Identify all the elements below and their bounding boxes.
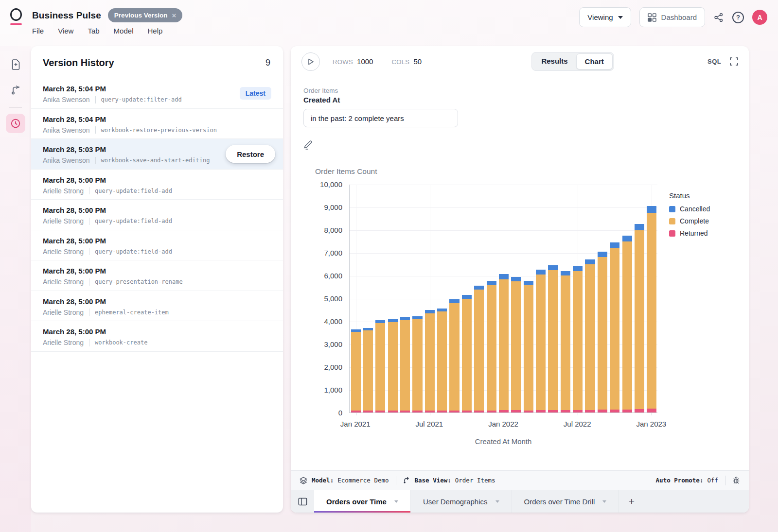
version-item[interactable]: March 28, 5:04 PMAnika Swensonquery-upda… <box>31 78 283 109</box>
segment-complete <box>561 275 570 410</box>
bar-dec-2022[interactable] <box>635 224 644 412</box>
help-icon[interactable]: ? <box>732 12 744 23</box>
x-axis-tick <box>356 413 356 415</box>
workbook-tab-strip: Orders over TimeUser DemographicsOrders … <box>291 490 749 513</box>
run-query-button[interactable] <box>301 52 320 71</box>
segment-complete <box>598 257 607 410</box>
legend-item-cancelled[interactable]: Cancelled <box>669 205 710 213</box>
segment-cancelled <box>437 309 447 312</box>
version-action: query-update:field-add <box>95 188 172 194</box>
bar-mar-2022[interactable] <box>524 281 533 412</box>
bar-apr-2021[interactable] <box>388 319 398 412</box>
version-item[interactable]: March 28, 5:00 PMArielle Strongquery-upd… <box>31 230 283 261</box>
history-clock-icon[interactable] <box>6 114 25 133</box>
chevron-down-icon[interactable] <box>394 500 398 503</box>
auto-promote-info[interactable]: Auto Promote: Off <box>656 477 718 484</box>
bar-sep-2022[interactable] <box>598 252 607 412</box>
version-item[interactable]: March 28, 5:00 PMArielle Strongquery-upd… <box>31 200 283 230</box>
version-item[interactable]: March 28, 5:00 PMArielle Strongworkbook-… <box>31 321 283 352</box>
segment-returned <box>499 410 509 412</box>
segment-cancelled <box>622 236 632 242</box>
edit-pencil-icon[interactable] <box>303 140 314 151</box>
bar-may-2021[interactable] <box>400 317 410 412</box>
close-icon[interactable]: × <box>172 12 176 19</box>
bar-feb-2021[interactable] <box>363 328 373 412</box>
omni-logo-icon <box>10 8 23 25</box>
add-tab-button[interactable]: + <box>619 490 644 513</box>
bar-jan-2021[interactable] <box>351 329 361 412</box>
viewing-button[interactable]: Viewing <box>579 7 631 27</box>
segment-cancelled <box>499 274 509 279</box>
bar-sep-2021[interactable] <box>449 299 459 412</box>
bar-feb-2022[interactable] <box>511 277 521 412</box>
workbook-tab-orders-over-time[interactable]: Orders over Time <box>314 490 410 513</box>
bar-may-2022[interactable] <box>548 265 558 412</box>
branch-icon[interactable] <box>6 80 25 100</box>
bar-nov-2022[interactable] <box>622 236 632 412</box>
view-tab-chart[interactable]: Chart <box>576 53 613 69</box>
version-item[interactable]: March 28, 5:03 PMAnika Swensonworkbook-s… <box>31 139 283 170</box>
bar-dec-2021[interactable] <box>487 281 496 412</box>
version-time: March 28, 5:00 PM <box>43 237 271 245</box>
segment-complete <box>425 313 435 411</box>
meta-divider <box>89 339 89 346</box>
previous-version-badge: Previous Version × <box>108 8 182 22</box>
legend-item-complete[interactable]: Complete <box>669 217 710 225</box>
version-item[interactable]: March 28, 5:00 PMArielle Strongephemeral… <box>31 291 283 322</box>
view-tab-results[interactable]: Results <box>533 53 576 69</box>
menu-tab[interactable]: Tab <box>88 27 99 35</box>
bar-oct-2022[interactable] <box>610 242 619 412</box>
base-view-info[interactable]: Base View: Order Items <box>415 477 495 484</box>
bar-oct-2021[interactable] <box>462 295 472 412</box>
restore-button[interactable]: Restore <box>226 145 275 163</box>
filter-value-input[interactable] <box>303 109 458 127</box>
workbook-tab-user-demographics[interactable]: User Demographics <box>410 490 512 513</box>
version-author: Anika Swenson <box>43 96 90 103</box>
version-item[interactable]: March 28, 5:00 PMArielle Strongquery-upd… <box>31 170 283 200</box>
bar-nov-2021[interactable] <box>474 286 484 412</box>
menu-help[interactable]: Help <box>147 27 162 35</box>
share-icon[interactable] <box>713 12 724 23</box>
bar-jan-2022[interactable] <box>499 274 509 412</box>
rows-label: ROWS <box>333 58 353 66</box>
bar-jun-2022[interactable] <box>561 271 570 412</box>
version-time: March 28, 5:00 PM <box>43 176 271 184</box>
panel-toggle-icon[interactable] <box>291 490 314 513</box>
menu-file[interactable]: File <box>32 27 44 35</box>
y-axis-tick-label: 2,000 <box>291 363 342 371</box>
legend-swatch <box>669 218 675 224</box>
bar-jan-2023[interactable] <box>647 206 656 412</box>
version-item[interactable]: March 28, 5:04 PMAnika Swensonworkbook-r… <box>31 109 283 139</box>
bar-aug-2022[interactable] <box>585 259 595 412</box>
debug-bug-icon[interactable] <box>732 477 740 484</box>
version-item[interactable]: March 28, 5:00 PMArielle Strongquery-pre… <box>31 260 283 291</box>
y-axis-tick-label: 5,000 <box>291 294 342 303</box>
workbook-tab-orders-over-time-drill[interactable]: Orders over Time Drill <box>512 490 619 513</box>
new-document-icon[interactable] <box>6 55 25 74</box>
bar-apr-2022[interactable] <box>536 270 546 412</box>
model-info[interactable]: Model: Ecommerce Demo <box>312 477 389 484</box>
fullscreen-icon[interactable] <box>730 57 738 66</box>
segment-complete <box>610 248 619 410</box>
version-history-count: 9 <box>265 58 270 68</box>
legend-item-returned[interactable]: Returned <box>669 229 710 237</box>
bar-aug-2021[interactable] <box>437 309 447 412</box>
y-axis-tick-label: 0 <box>291 409 342 417</box>
chevron-down-icon[interactable] <box>602 500 606 503</box>
menu-view[interactable]: View <box>58 27 73 35</box>
segment-cancelled <box>425 310 435 313</box>
avatar[interactable]: A <box>752 10 767 25</box>
bar-jun-2021[interactable] <box>412 316 422 412</box>
bar-jul-2022[interactable] <box>573 266 583 412</box>
chevron-down-icon[interactable] <box>495 500 499 503</box>
bar-jul-2021[interactable] <box>425 310 435 412</box>
segment-complete <box>412 319 422 411</box>
dashboard-button[interactable]: Dashboard <box>639 7 705 27</box>
bar-mar-2021[interactable] <box>375 320 385 412</box>
model-value: Ecommerce Demo <box>337 477 389 484</box>
menu-model[interactable]: Model <box>114 27 134 35</box>
x-axis-tick <box>652 413 652 415</box>
sql-button[interactable]: SQL <box>707 58 721 65</box>
segment-cancelled <box>536 270 546 274</box>
segment-returned <box>635 409 644 412</box>
